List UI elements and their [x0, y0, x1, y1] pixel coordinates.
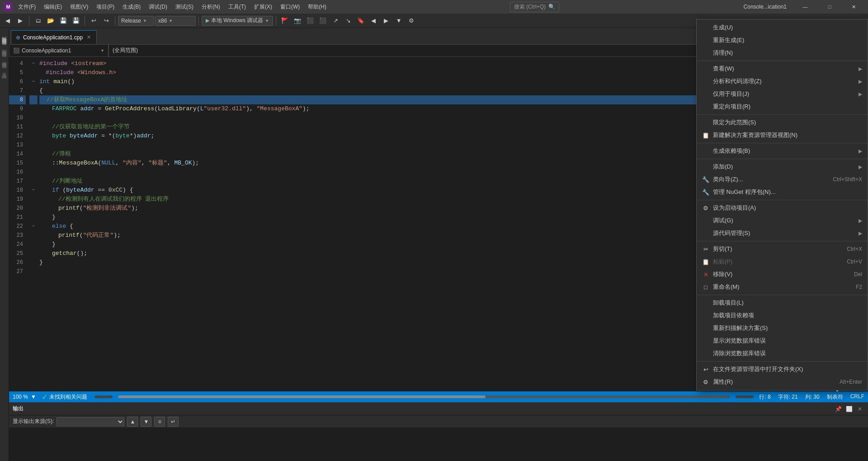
- redo-button[interactable]: ↪: [100, 15, 112, 27]
- ctx-new-view[interactable]: 📋 新建解决方案资源管理器视图(N): [697, 129, 868, 141]
- output-down-button[interactable]: ▼: [141, 417, 151, 427]
- ctx-deps[interactable]: 生成依赖项(B) ▶: [697, 145, 868, 157]
- ctx-nuget[interactable]: 🔧 管理 NuGet 程序包(N)...: [697, 186, 868, 198]
- ctx-cut[interactable]: ✂ 剪切(T) Ctrl+X: [697, 243, 868, 255]
- debug-btn1[interactable]: 🚩: [279, 15, 291, 27]
- save-button[interactable]: 💾: [57, 15, 69, 27]
- tab-type[interactable]: 制表符: [827, 393, 843, 401]
- output-clear-button[interactable]: ▲: [127, 417, 138, 427]
- ctx-rescan[interactable]: 重新扫描解决方案(S): [697, 322, 868, 334]
- debug-btn3[interactable]: ⬛: [304, 15, 316, 27]
- maximize-button[interactable]: □: [819, 0, 840, 14]
- menu-build[interactable]: 生成(B): [119, 1, 144, 13]
- output-source-select[interactable]: [57, 417, 124, 426]
- line-ending[interactable]: CRLF: [850, 393, 864, 401]
- debug-btn4[interactable]: ⬛: [317, 15, 329, 27]
- ctx-class-wizard[interactable]: 🔧 类向导(Z)... Ctrl+Shift+X: [697, 173, 868, 186]
- run-button[interactable]: ▶ 本地 Windows 调试器 ▼: [202, 16, 273, 26]
- close-button[interactable]: ✕: [844, 0, 864, 14]
- ctx-clean[interactable]: 清理(N): [697, 47, 868, 59]
- output-float-button[interactable]: ⬜: [844, 405, 854, 414]
- status-indicator[interactable]: ✓ 未找到相关问题: [42, 393, 87, 401]
- zoom-control[interactable]: 100 % ▼: [13, 394, 36, 400]
- menu-view[interactable]: 视图(V): [66, 1, 92, 13]
- nav-btn1[interactable]: ◀: [368, 15, 379, 27]
- title-search[interactable]: 搜索 (Ctrl+Q) 🔍: [510, 2, 559, 12]
- ctx-paste[interactable]: 📋 粘贴(P) Ctrl+V: [697, 255, 868, 268]
- ctx-retarget[interactable]: 重定向项目(R): [697, 100, 868, 113]
- line-num-24: 24: [9, 240, 26, 249]
- status-scroll-left[interactable]: [94, 395, 113, 398]
- ctx-open-folder[interactable]: ↩ 在文件资源管理器中打开文件夹(X): [697, 363, 868, 376]
- ctx-set-startup[interactable]: ⚙ 设为启动项目(A): [697, 202, 868, 214]
- sidebar-tab-props[interactable]: 属性管理器: [0, 55, 9, 63]
- gutter-4[interactable]: ─: [29, 59, 38, 68]
- debug-btn6[interactable]: ↘: [342, 15, 354, 27]
- nav-scope-item[interactable]: (全局范围) ▼: [108, 44, 761, 57]
- sidebar-tab-toolbox[interactable]: 工具箱: [0, 66, 9, 73]
- cursor-col2[interactable]: 列: 30: [805, 393, 820, 401]
- menu-edit[interactable]: 编辑(E): [40, 1, 66, 13]
- gutter-18[interactable]: ─: [29, 186, 38, 195]
- ctx-remove[interactable]: ✕ 移除(V) Del: [697, 268, 868, 281]
- output-list-button[interactable]: ≡: [154, 417, 165, 427]
- gutter-14: [29, 150, 38, 159]
- output-close-button[interactable]: ✕: [855, 405, 864, 414]
- new-project-button[interactable]: 🗂: [32, 15, 44, 27]
- status-scroll-right[interactable]: [736, 395, 754, 398]
- editor-tab-main[interactable]: ⊕ ConsoleApplication1.cpp ✕: [11, 30, 97, 44]
- menu-ext[interactable]: 扩展(X): [250, 1, 276, 13]
- output-wrap-button[interactable]: ↵: [168, 417, 179, 427]
- gutter-6[interactable]: ─: [29, 77, 38, 86]
- sidebar-tab-team[interactable]: 团队资源管理器: [0, 43, 9, 52]
- ctx-rebuild[interactable]: 重新生成(E): [697, 34, 868, 47]
- menu-tools[interactable]: 工具(T): [225, 1, 250, 13]
- minimize-button[interactable]: —: [795, 0, 816, 14]
- output-pin-button[interactable]: 📌: [834, 405, 843, 414]
- ctx-show-db-err[interactable]: 显示浏览数据库错误: [697, 334, 868, 347]
- menu-project[interactable]: 项目(P): [93, 1, 118, 13]
- debug-btn5[interactable]: ↗: [330, 15, 341, 27]
- ctx-clear-db-err[interactable]: 清除浏览数据库错误: [697, 347, 868, 360]
- back-button[interactable]: ◀: [2, 15, 14, 27]
- debug-btn2[interactable]: 📷: [292, 15, 303, 27]
- settings-btn[interactable]: ⚙: [406, 15, 417, 27]
- open-button[interactable]: 📂: [45, 15, 57, 27]
- gutter-23: [29, 231, 38, 240]
- status-scrollbar[interactable]: [118, 395, 730, 398]
- menu-help[interactable]: 帮助(H): [304, 1, 330, 13]
- gutter-22[interactable]: ─: [29, 222, 38, 231]
- menu-analyze[interactable]: 分析(N): [198, 1, 224, 13]
- nav-btn3[interactable]: ▼: [393, 15, 405, 27]
- bookmark-btn[interactable]: 🔖: [355, 15, 367, 27]
- menu-test[interactable]: 测试(S): [172, 1, 197, 13]
- ctx-clean-label: 清理(N): [713, 49, 862, 57]
- nav-project-item[interactable]: ⬛ ConsoleApplication1 ▼: [9, 44, 108, 57]
- config-dropdown[interactable]: Release ▼: [118, 16, 154, 26]
- sidebar-tab-solution[interactable]: 解决方案资源管理器: [0, 30, 9, 39]
- ctx-analyze[interactable]: 分析和代码清理(Z) ▶: [697, 75, 868, 88]
- ctx-rename[interactable]: □ 重命名(M) F2: [697, 281, 868, 293]
- ctx-unload[interactable]: 卸载项目(L): [697, 296, 868, 309]
- cursor-col[interactable]: 字符: 21: [778, 393, 798, 401]
- ctx-add[interactable]: 添加(D) ▶: [697, 160, 868, 173]
- ctx-source-ctrl[interactable]: 源代码管理(S) ▶: [697, 227, 868, 240]
- ctx-project-only[interactable]: 仅用于项目(J) ▶: [697, 88, 868, 100]
- ctx-properties[interactable]: ⚙ 属性(R) Alt+Enter: [697, 376, 868, 388]
- save-all-button[interactable]: 💾: [70, 15, 82, 27]
- toolbar-separator-3: [115, 16, 115, 25]
- cursor-row[interactable]: 行: 8: [759, 393, 770, 401]
- nav-btn2[interactable]: ▶: [380, 15, 392, 27]
- tab-close-button[interactable]: ✕: [85, 34, 92, 41]
- ctx-build[interactable]: 生成(U): [697, 21, 868, 34]
- forward-button[interactable]: ▶: [14, 15, 26, 27]
- menu-window[interactable]: 窗口(W): [277, 1, 303, 13]
- ctx-debug[interactable]: 调试(G) ▶: [697, 214, 868, 227]
- ctx-view[interactable]: 查看(W) ▶: [697, 62, 868, 75]
- menu-file[interactable]: 文件(F): [14, 1, 39, 13]
- menu-debug[interactable]: 调试(D): [145, 1, 171, 13]
- ctx-load-deps[interactable]: 加载项目依赖项: [697, 309, 868, 322]
- platform-dropdown[interactable]: x86 ▼: [155, 16, 196, 26]
- undo-button[interactable]: ↩: [88, 15, 99, 27]
- ctx-scope[interactable]: 限定为此范围(S): [697, 116, 868, 129]
